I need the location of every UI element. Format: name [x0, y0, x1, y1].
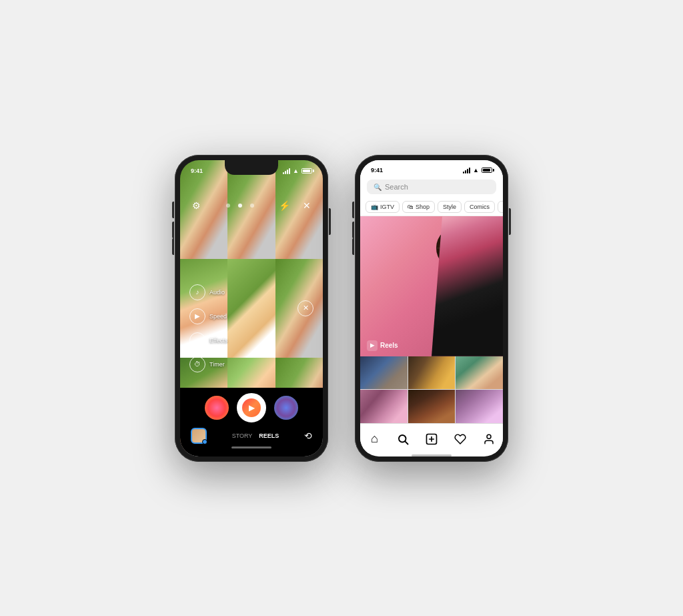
delete-button[interactable]: ✕	[297, 300, 313, 316]
notch-left	[225, 160, 278, 175]
indicator-dot-active	[238, 204, 242, 208]
filter-button-2[interactable]	[274, 396, 298, 420]
flash-icon[interactable]: ⚡	[277, 199, 291, 212]
time-right: 9:41	[371, 167, 383, 174]
cat-tab-style[interactable]: Style	[438, 201, 462, 213]
shutter-row: ▶	[187, 393, 316, 422]
camera-top-bar: ⚙ ⚡ ✕	[180, 179, 323, 218]
home-indicator-left	[231, 446, 271, 448]
timer-label: Timer	[209, 361, 225, 368]
thumb-5[interactable]	[408, 390, 456, 422]
notch-right	[405, 160, 458, 175]
time-left: 9:41	[191, 168, 203, 174]
shop-icon: 🛍	[408, 204, 414, 210]
nav-home-icon[interactable]: ⌂	[364, 429, 384, 449]
audio-option[interactable]: ♪ Audio	[189, 284, 227, 300]
left-phone: 9:41 ▲ ⚙	[175, 155, 328, 462]
reels-label: ▶ Reels	[367, 340, 398, 351]
status-icons-right: ▲	[463, 167, 492, 174]
cat-tab-igtv[interactable]: 📺 IGTV	[366, 201, 400, 213]
home-indicator-right	[412, 454, 452, 456]
settings-icon[interactable]: ⚙	[189, 199, 203, 212]
effects-icon: ☺	[189, 332, 205, 348]
left-phone-screen: 9:41 ▲ ⚙	[180, 160, 323, 456]
speed-option[interactable]: ▶ Speed	[189, 308, 227, 324]
timer-option[interactable]: ⏱ Timer	[189, 356, 227, 372]
filter-button-1[interactable]	[205, 396, 229, 420]
comics-label: Comics	[470, 204, 490, 210]
igtv-icon: 📺	[371, 204, 378, 210]
signal-icon-right	[463, 167, 470, 174]
right-phone: 9:41 ▲ 🔍 Se	[355, 155, 508, 462]
reels-feature-image: ▶ Reels	[360, 216, 503, 356]
camera-avatar[interactable]	[191, 428, 207, 444]
thumb-3[interactable]	[456, 356, 503, 389]
top-indicators	[226, 204, 254, 208]
nav-add-icon[interactable]	[422, 429, 442, 449]
style-label: Style	[443, 204, 456, 210]
thumb-1[interactable]	[360, 356, 408, 389]
indicator-dot	[250, 204, 254, 208]
search-container: 🔍 Search	[360, 178, 503, 198]
nav-search-icon[interactable]	[393, 429, 413, 449]
svg-line-1	[406, 441, 408, 444]
close-icon[interactable]: ✕	[300, 199, 313, 212]
svg-point-5	[487, 434, 491, 438]
person-silhouette	[432, 216, 503, 356]
explore-grid	[360, 356, 503, 423]
story-tab[interactable]: STORY	[232, 432, 253, 439]
camera-nav: STORY REELS ⟲	[187, 428, 316, 444]
reels-tab[interactable]: REELS	[259, 432, 279, 439]
wifi-icon-right: ▲	[473, 167, 479, 174]
cat-tab-shop[interactable]: 🛍 Shop	[402, 201, 435, 213]
top-right-icons: ⚡ ✕	[277, 199, 313, 212]
effects-label: Effects	[209, 337, 227, 344]
thumb-2[interactable]	[408, 356, 456, 389]
audio-label: Audio	[209, 289, 225, 296]
reels-label-text: Reels	[380, 342, 398, 349]
cat-tab-tvmovie[interactable]: TV & Movie	[498, 201, 503, 213]
signal-icon-left	[283, 168, 290, 174]
speed-label: Speed	[209, 313, 227, 320]
search-placeholder-text: Search	[385, 183, 408, 191]
search-bar-icon: 🔍	[374, 184, 382, 191]
nav-profile-icon[interactable]	[479, 429, 499, 449]
shutter-inner: ▶	[242, 398, 261, 417]
right-phone-screen: 9:41 ▲ 🔍 Se	[360, 160, 503, 456]
audio-icon: ♪	[189, 284, 205, 300]
flip-camera-icon[interactable]: ⟲	[304, 430, 312, 441]
shutter-button[interactable]: ▶	[237, 393, 266, 422]
avatar-badge	[202, 439, 207, 444]
battery-icon-right	[482, 168, 492, 173]
effects-option[interactable]: ☺ Effects	[189, 332, 227, 348]
status-icons-left: ▲	[283, 168, 312, 174]
thumb-4[interactable]	[360, 390, 408, 422]
camera-options: ♪ Audio ▶ Speed ☺ Effects ⏱ Timer	[189, 284, 227, 372]
right-phone-inner: 9:41 ▲ 🔍 Se	[360, 160, 503, 456]
timer-icon: ⏱	[189, 356, 205, 372]
nav-heart-icon[interactable]	[450, 429, 470, 449]
speed-icon: ▶	[189, 308, 205, 324]
cat-tab-comics[interactable]: Comics	[464, 201, 495, 213]
category-tabs: 📺 IGTV 🛍 Shop Style Comics TV & Movie	[360, 198, 503, 216]
camera-overlay: 9:41 ▲ ⚙	[180, 160, 323, 456]
camera-tabs: STORY REELS	[232, 432, 279, 439]
wifi-icon-left: ▲	[293, 168, 299, 174]
search-bar[interactable]: 🔍 Search	[367, 180, 496, 194]
igtv-label: IGTV	[380, 204, 394, 210]
reels-icon: ▶	[367, 340, 378, 351]
battery-icon-left	[301, 168, 312, 174]
camera-bottom: ▶ STORY REELS ⟲	[180, 388, 323, 456]
shop-label: Shop	[416, 204, 430, 210]
thumb-6[interactable]	[456, 390, 503, 422]
indicator-dot	[226, 204, 230, 208]
bottom-nav: ⌂	[360, 423, 503, 453]
